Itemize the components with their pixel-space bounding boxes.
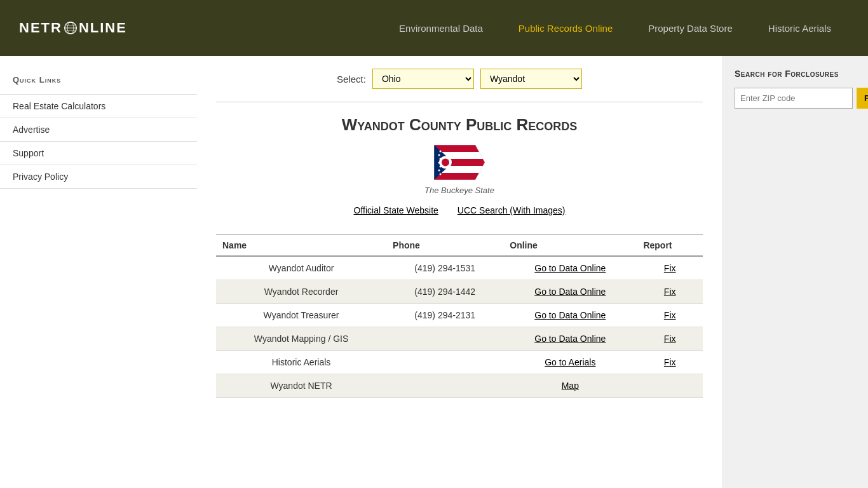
svg-point-20 xyxy=(440,173,442,175)
cell-phone: (419) 294-1442 xyxy=(386,280,503,304)
cell-online: Go to Data Online xyxy=(503,304,637,327)
cell-phone xyxy=(386,374,503,398)
sidebar-item-advertise[interactable]: Advertise xyxy=(0,118,197,141)
table-body: Wyandot Auditor(419) 294-1531Go to Data … xyxy=(216,256,703,398)
report-link[interactable]: Fix xyxy=(643,334,696,344)
cell-report: Fix xyxy=(637,304,703,327)
online-link[interactable]: Go to Aerials xyxy=(510,357,630,367)
svg-point-13 xyxy=(442,159,449,166)
cell-name: Wyandot NETR xyxy=(216,374,386,398)
records-table: Name Phone Online Report Wyandot Auditor… xyxy=(216,234,703,398)
county-section: Wyandot County Public Records xyxy=(216,102,703,398)
table-row: Wyandot Auditor(419) 294-1531Go to Data … xyxy=(216,256,703,280)
nav-item-environmental[interactable]: Environmental Data xyxy=(381,0,501,56)
online-link[interactable]: Map xyxy=(510,381,630,391)
sidebar-title: Quick Links xyxy=(0,69,197,94)
cell-name: Wyandot Mapping / GIS xyxy=(216,327,386,351)
svg-point-18 xyxy=(440,166,442,168)
logo[interactable]: NETR NLINE xyxy=(19,20,127,36)
cell-report: Fix xyxy=(637,327,703,351)
nav-item-historic-aerials[interactable]: Historic Aerials xyxy=(750,0,849,56)
table-row: Wyandot Mapping / GISGo to Data OnlineFi… xyxy=(216,327,703,351)
cell-online: Go to Aerials xyxy=(503,351,637,374)
county-select[interactable]: Wyandot xyxy=(480,69,582,89)
online-link[interactable]: Go to Data Online xyxy=(510,287,630,297)
online-link[interactable]: Go to Data Online xyxy=(510,310,630,320)
svg-point-17 xyxy=(438,162,440,164)
select-label: Select: xyxy=(337,74,366,85)
table-row: Wyandot Treasurer(419) 294-2131Go to Dat… xyxy=(216,304,703,327)
content-area: Select: Ohio Wyandot Wyandot County Publ… xyxy=(197,56,722,488)
ucc-search-link[interactable]: UCC Search (With Images) xyxy=(458,205,566,215)
cell-online: Go to Data Online xyxy=(503,327,637,351)
cell-phone xyxy=(386,327,503,351)
cell-phone: (419) 294-1531 xyxy=(386,256,503,280)
state-label: The Buckeye State xyxy=(216,186,703,195)
nav-item-property-data[interactable]: Property Data Store xyxy=(630,0,750,56)
report-link[interactable]: Fix xyxy=(643,287,696,297)
cell-online: Go to Data Online xyxy=(503,256,637,280)
sidebar-item-privacy[interactable]: Privacy Policy xyxy=(0,165,197,189)
sidebar-item-support[interactable]: Support xyxy=(0,141,197,165)
report-link[interactable]: Fix xyxy=(643,310,696,320)
col-online: Online xyxy=(503,235,637,257)
report-link[interactable]: Fix xyxy=(643,263,696,273)
sidebar-item-real-estate[interactable]: Real Estate Calculators xyxy=(0,94,197,118)
online-link[interactable]: Go to Data Online xyxy=(510,334,630,344)
cell-name: Wyandot Treasurer xyxy=(216,304,386,327)
cell-name: Wyandot Auditor xyxy=(216,256,386,280)
official-state-website-link[interactable]: Official State Website xyxy=(354,205,438,215)
cell-report: Fix xyxy=(637,280,703,304)
cell-report: Fix xyxy=(637,351,703,374)
cell-online: Map xyxy=(503,374,637,398)
cell-phone xyxy=(386,351,503,374)
globe-icon xyxy=(64,22,77,34)
cell-report: Fix xyxy=(637,256,703,280)
table-header-row: Name Phone Online Report xyxy=(216,235,703,257)
state-select[interactable]: Ohio xyxy=(372,69,474,89)
cell-phone: (419) 294-2131 xyxy=(386,304,503,327)
cell-online: Go to Data Online xyxy=(503,280,637,304)
right-panel: Search for Forclosures Find! xyxy=(722,56,868,488)
svg-point-14 xyxy=(440,151,442,152)
col-phone: Phone xyxy=(386,235,503,257)
state-links: Official State Website UCC Search (With … xyxy=(216,205,703,215)
table-row: Wyandot Recorder(419) 294-1442Go to Data… xyxy=(216,280,703,304)
foreclosure-title: Search for Forclosures xyxy=(735,69,855,79)
svg-point-19 xyxy=(438,170,440,172)
nav-item-public-records[interactable]: Public Records Online xyxy=(501,0,630,56)
table-row: Historic AerialsGo to AerialsFix xyxy=(216,351,703,374)
cell-report xyxy=(637,374,703,398)
county-title: Wyandot County Public Records xyxy=(216,115,703,135)
col-name: Name xyxy=(216,235,386,257)
svg-point-16 xyxy=(440,158,442,160)
state-flag xyxy=(434,145,485,182)
select-row: Select: Ohio Wyandot xyxy=(216,69,703,89)
svg-point-15 xyxy=(438,154,440,156)
online-link[interactable]: Go to Data Online xyxy=(510,263,630,273)
cell-name: Historic Aerials xyxy=(216,351,386,374)
main-nav: Environmental Data Public Records Online… xyxy=(381,0,849,56)
header: NETR NLINE Environmental Data Public Rec… xyxy=(0,0,868,56)
cell-name: Wyandot Recorder xyxy=(216,280,386,304)
main-layout: Quick Links Real Estate Calculators Adve… xyxy=(0,56,868,488)
sidebar: Quick Links Real Estate Calculators Adve… xyxy=(0,56,197,488)
logo-text-pre: NETR xyxy=(19,20,62,36)
foreclosure-form: Find! xyxy=(735,88,855,109)
table-row: Wyandot NETRMap xyxy=(216,374,703,398)
find-button[interactable]: Find! xyxy=(857,88,868,109)
logo-text-post: NLINE xyxy=(79,20,127,36)
zip-input[interactable] xyxy=(735,88,853,109)
report-link[interactable]: Fix xyxy=(643,357,696,367)
col-report: Report xyxy=(637,235,703,257)
